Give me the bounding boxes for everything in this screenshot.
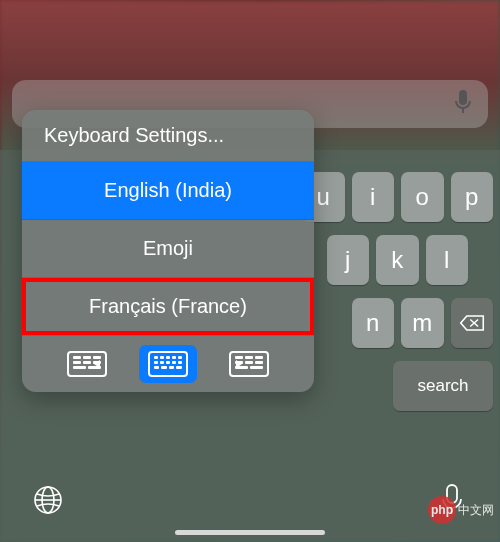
- language-option-emoji[interactable]: Emoji: [22, 220, 314, 278]
- keyboard-language-popup: Keyboard Settings... English (India) Emo…: [22, 110, 314, 392]
- language-option-francais[interactable]: Français (France): [22, 278, 314, 336]
- watermark: php 中文网: [428, 496, 494, 524]
- key-o[interactable]: o: [401, 172, 444, 222]
- key-l[interactable]: l: [426, 235, 469, 285]
- layout-left-handed[interactable]: [58, 345, 116, 383]
- watermark-text: 中文网: [458, 502, 494, 519]
- delete-key[interactable]: [451, 298, 494, 348]
- key-k[interactable]: k: [376, 235, 419, 285]
- globe-icon[interactable]: [28, 480, 68, 520]
- layout-options: [22, 336, 314, 392]
- svg-rect-0: [459, 90, 467, 105]
- layout-right-handed[interactable]: [220, 345, 278, 383]
- keyboard-settings-button[interactable]: Keyboard Settings...: [22, 110, 314, 162]
- key-j[interactable]: j: [327, 235, 370, 285]
- mic-icon[interactable]: [454, 89, 472, 119]
- key-p[interactable]: p: [451, 172, 494, 222]
- key-i[interactable]: i: [352, 172, 395, 222]
- key-m[interactable]: m: [401, 298, 444, 348]
- watermark-badge: php: [428, 496, 456, 524]
- search-key[interactable]: search: [393, 361, 493, 411]
- key-n[interactable]: n: [352, 298, 395, 348]
- language-option-english[interactable]: English (India): [22, 162, 314, 220]
- layout-full[interactable]: [139, 345, 197, 383]
- home-indicator[interactable]: [175, 530, 325, 535]
